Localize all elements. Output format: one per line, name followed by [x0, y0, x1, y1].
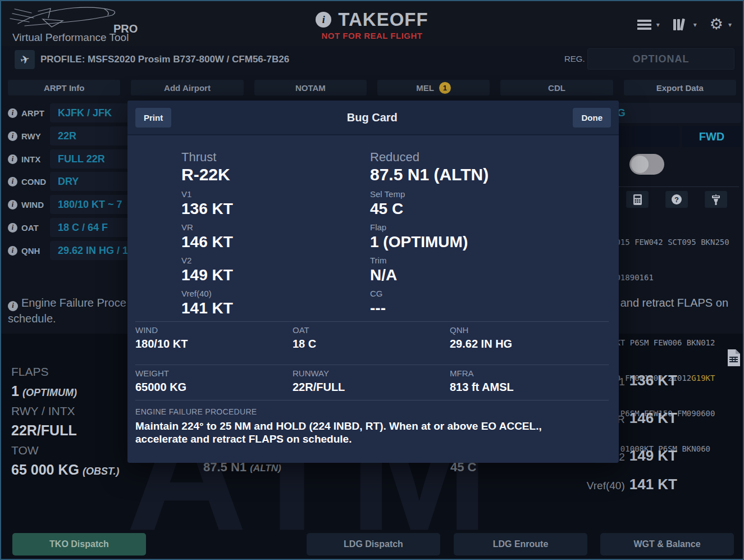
- info-icon[interactable]: i: [8, 154, 17, 164]
- cg-aft-button[interactable]: [610, 126, 679, 147]
- mfra-cell: MFRA 813 ft AMSL: [450, 368, 607, 394]
- vr-readout: VR146 KT: [610, 409, 677, 427]
- info-icon[interactable]: i: [316, 12, 331, 28]
- v1-value: 136 KT: [181, 199, 233, 218]
- tab-add-airport[interactable]: Add Airport: [131, 80, 243, 95]
- page-title: TAKEOFF: [338, 9, 428, 30]
- v1-readout: V1136 KT: [611, 372, 677, 389]
- profile-bar: ✈ PROFILE: MSFS2020 Prosim B737-800W / C…: [1, 46, 743, 78]
- cg-fwd-button[interactable]: FWD: [682, 126, 741, 147]
- bottom-nav: TKO Dispatch LDG Dispatch LDG Enroute WG…: [1, 530, 743, 559]
- wind-cell: WIND 180/10 KT: [135, 325, 293, 351]
- registration-input[interactable]: [587, 48, 734, 70]
- export-table-icon[interactable]: [727, 349, 740, 368]
- calculator-button[interactable]: [626, 191, 649, 208]
- reg-label: REG.: [564, 54, 585, 63]
- efp-label: ENGINE FAILURE PROCEDURE: [135, 407, 609, 416]
- profile-plane-icon-box[interactable]: ✈: [15, 50, 35, 69]
- bug-card-header: Print Bug Card Done: [127, 101, 619, 135]
- info-icon[interactable]: i: [8, 131, 17, 141]
- profile-label: PROFILE: MSFS2020 Prosim B737-800W / CFM…: [40, 54, 289, 65]
- menu-caret-down-icon[interactable]: ▾: [656, 21, 660, 29]
- v2-readout: V2149 KT: [611, 447, 677, 465]
- info-icon[interactable]: i: [8, 301, 18, 311]
- vref-readout: Vref(40)141 KT: [587, 476, 677, 493]
- top-right-menu: ▾ ▾ ⚙ ▾: [637, 17, 732, 32]
- engine-failure-procedure: ENGINE FAILURE PROCEDURE Maintain 224° t…: [135, 400, 609, 445]
- metar-taf-text: W015 FEW042 SCT095 BKN250 T01890161 1KT …: [611, 213, 729, 479]
- efp-text: Maintain 224° to 25 NM and HOLD (224 INB…: [135, 420, 587, 445]
- cg-value: ---: [370, 299, 489, 317]
- gear-icon[interactable]: ⚙: [710, 17, 723, 32]
- page-title-block: i TAKEOFF NOT FOR REAL FLIGHT: [1, 9, 743, 40]
- info-icon[interactable]: i: [8, 108, 17, 118]
- tab-mel[interactable]: MEL 1: [377, 80, 490, 95]
- tow-label: TOW: [11, 440, 120, 460]
- cg-label: CG: [370, 288, 489, 299]
- oat-cell: OAT 18 C: [293, 325, 450, 351]
- ldg-dispatch-button[interactable]: LDG Dispatch: [307, 533, 440, 556]
- ldg-enroute-button[interactable]: LDG Enroute: [454, 533, 587, 556]
- tow-note: (OBST.): [83, 466, 120, 477]
- thrust-column: Thrust R-22K V1 136 KT VR 146 KT V2 149 …: [181, 150, 233, 317]
- info-icon[interactable]: i: [8, 177, 17, 186]
- tab-arpt-info[interactable]: ARPT Info: [8, 80, 120, 95]
- tab-notam[interactable]: NOTAM: [254, 80, 367, 95]
- rwy-intx-value: 22R/FULL: [11, 421, 120, 440]
- bug-card-modal: Print Bug Card Done Thrust R-22K V1 136 …: [127, 101, 619, 463]
- flap-value: 1 (OPTIMUM): [370, 233, 489, 251]
- info-icon[interactable]: i: [8, 246, 17, 256]
- calculator-icon: [633, 194, 642, 205]
- info-icon[interactable]: i: [8, 223, 17, 233]
- atc-tower-button[interactable]: [705, 191, 727, 208]
- automatic-toggle[interactable]: [629, 154, 664, 175]
- tko-dispatch-button[interactable]: TKO Dispatch: [12, 533, 146, 556]
- sel-temp-value: 45 C: [370, 199, 489, 218]
- efp-text-partial: e and retract FLAPS on: [611, 297, 728, 309]
- conditions-row: WIND 180/10 KT OAT 18 C QNH 29.62 IN HG: [135, 321, 609, 351]
- tab-export-data[interactable]: Export Data: [624, 80, 736, 95]
- tow-value: 65 000 KG: [11, 462, 79, 477]
- thrust-value: R-22K: [181, 165, 233, 185]
- top-bar: PRO Virtual Performance Tool i TAKEOFF N…: [1, 1, 743, 46]
- vr-label: VR: [181, 222, 233, 233]
- engine-failure-note: iEngine Failure Proce schedule.: [8, 295, 129, 326]
- menu-icon[interactable]: [637, 20, 651, 30]
- reduced-column: Reduced 87.5 N1 (ALTN) Sel Temp 45 C Fla…: [370, 150, 489, 317]
- tab-cdl[interactable]: CDL: [500, 80, 613, 95]
- weight-input-partial[interactable]: G: [605, 103, 741, 123]
- done-button[interactable]: Done: [573, 108, 611, 128]
- library-caret-down-icon[interactable]: ▾: [693, 21, 697, 29]
- print-button[interactable]: Print: [135, 108, 171, 128]
- rwy-intx-label: RWY / INTX: [11, 401, 120, 421]
- flaps-value: 1: [11, 383, 19, 399]
- tab-row: ARPT Info Add Airport NOTAM MEL 1 CDL Ex…: [8, 80, 736, 95]
- flap-label: Flap: [370, 222, 489, 233]
- thrust-label: Thrust: [181, 150, 233, 165]
- info-icon[interactable]: i: [8, 200, 17, 210]
- toggle-knob: [631, 156, 649, 173]
- right-divider: [611, 186, 739, 187]
- trim-value: N/A: [370, 266, 489, 284]
- question-icon: ?: [672, 194, 682, 204]
- takeoff-plane-icon: ✈: [19, 52, 31, 67]
- takeoff-summary: FLAPS 1(OPTIMUM) RWY / INTX 22R/FULL TOW…: [11, 362, 120, 480]
- weight-cell: WEIGHT 65000 KG: [135, 368, 293, 394]
- weights-row: WEIGHT 65000 KG RUNWAY 22R/FULL MFRA 813…: [135, 365, 609, 394]
- flaps-note: (OPTIMUM): [22, 387, 77, 398]
- reduced-value: 87.5 N1 (ALTN): [370, 165, 489, 185]
- v1-label: V1: [181, 189, 233, 199]
- vref-label: Vref(40): [181, 288, 233, 299]
- wgt-balance-button[interactable]: WGT & Balance: [600, 533, 734, 556]
- settings-caret-down-icon[interactable]: ▾: [728, 21, 732, 29]
- sel-temp-label: Sel Temp: [370, 189, 489, 199]
- help-button[interactable]: ?: [665, 191, 688, 208]
- bug-card-title: Bug Card: [347, 111, 398, 124]
- v2-label: V2: [181, 255, 233, 266]
- library-icon[interactable]: [673, 18, 688, 31]
- not-for-real-flight-warning: NOT FOR REAL FLIGHT: [1, 31, 743, 40]
- mel-count-badge: 1: [439, 82, 451, 94]
- v2-value: 149 KT: [181, 266, 233, 284]
- app-root: PRO Virtual Performance Tool i TAKEOFF N…: [0, 0, 744, 560]
- qnh-cell: QNH 29.62 IN HG: [450, 325, 607, 351]
